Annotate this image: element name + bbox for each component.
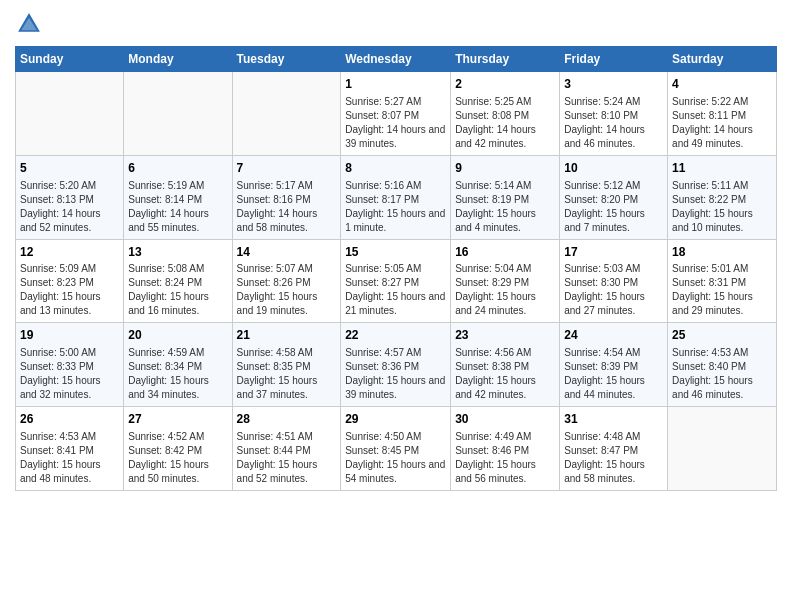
day-number: 16: [455, 244, 555, 261]
calendar-cell: 13Sunrise: 5:08 AM Sunset: 8:24 PM Dayli…: [124, 239, 232, 323]
day-number: 21: [237, 327, 337, 344]
day-info: Sunrise: 5:00 AM Sunset: 8:33 PM Dayligh…: [20, 346, 119, 402]
logo: [15, 10, 47, 38]
day-number: 23: [455, 327, 555, 344]
calendar-cell: 11Sunrise: 5:11 AM Sunset: 8:22 PM Dayli…: [668, 155, 777, 239]
day-number: 22: [345, 327, 446, 344]
day-number: 25: [672, 327, 772, 344]
calendar-week-row: 19Sunrise: 5:00 AM Sunset: 8:33 PM Dayli…: [16, 323, 777, 407]
calendar-cell: 30Sunrise: 4:49 AM Sunset: 8:46 PM Dayli…: [451, 407, 560, 491]
calendar-cell: 9Sunrise: 5:14 AM Sunset: 8:19 PM Daylig…: [451, 155, 560, 239]
calendar-cell: 19Sunrise: 5:00 AM Sunset: 8:33 PM Dayli…: [16, 323, 124, 407]
day-number: 2: [455, 76, 555, 93]
day-info: Sunrise: 4:56 AM Sunset: 8:38 PM Dayligh…: [455, 346, 555, 402]
day-number: 14: [237, 244, 337, 261]
day-number: 17: [564, 244, 663, 261]
day-number: 8: [345, 160, 446, 177]
day-info: Sunrise: 5:17 AM Sunset: 8:16 PM Dayligh…: [237, 179, 337, 235]
day-info: Sunrise: 5:20 AM Sunset: 8:13 PM Dayligh…: [20, 179, 119, 235]
day-info: Sunrise: 5:12 AM Sunset: 8:20 PM Dayligh…: [564, 179, 663, 235]
calendar-cell: 24Sunrise: 4:54 AM Sunset: 8:39 PM Dayli…: [560, 323, 668, 407]
calendar-cell: 18Sunrise: 5:01 AM Sunset: 8:31 PM Dayli…: [668, 239, 777, 323]
calendar-cell: 7Sunrise: 5:17 AM Sunset: 8:16 PM Daylig…: [232, 155, 341, 239]
day-number: 27: [128, 411, 227, 428]
day-number: 28: [237, 411, 337, 428]
calendar-day-header: Sunday: [16, 47, 124, 72]
calendar-cell: 23Sunrise: 4:56 AM Sunset: 8:38 PM Dayli…: [451, 323, 560, 407]
day-info: Sunrise: 4:54 AM Sunset: 8:39 PM Dayligh…: [564, 346, 663, 402]
calendar-cell: 1Sunrise: 5:27 AM Sunset: 8:07 PM Daylig…: [341, 72, 451, 156]
day-number: 31: [564, 411, 663, 428]
calendar-day-header: Thursday: [451, 47, 560, 72]
calendar-cell: 14Sunrise: 5:07 AM Sunset: 8:26 PM Dayli…: [232, 239, 341, 323]
day-number: 3: [564, 76, 663, 93]
day-number: 26: [20, 411, 119, 428]
day-number: 13: [128, 244, 227, 261]
day-info: Sunrise: 4:59 AM Sunset: 8:34 PM Dayligh…: [128, 346, 227, 402]
day-info: Sunrise: 4:48 AM Sunset: 8:47 PM Dayligh…: [564, 430, 663, 486]
day-info: Sunrise: 5:04 AM Sunset: 8:29 PM Dayligh…: [455, 262, 555, 318]
calendar-cell: [668, 407, 777, 491]
day-number: 19: [20, 327, 119, 344]
day-info: Sunrise: 5:25 AM Sunset: 8:08 PM Dayligh…: [455, 95, 555, 151]
day-number: 24: [564, 327, 663, 344]
calendar-cell: 20Sunrise: 4:59 AM Sunset: 8:34 PM Dayli…: [124, 323, 232, 407]
page-header: [15, 10, 777, 38]
day-info: Sunrise: 5:24 AM Sunset: 8:10 PM Dayligh…: [564, 95, 663, 151]
day-number: 5: [20, 160, 119, 177]
calendar-day-header: Saturday: [668, 47, 777, 72]
calendar-week-row: 12Sunrise: 5:09 AM Sunset: 8:23 PM Dayli…: [16, 239, 777, 323]
day-number: 30: [455, 411, 555, 428]
calendar-cell: 4Sunrise: 5:22 AM Sunset: 8:11 PM Daylig…: [668, 72, 777, 156]
day-info: Sunrise: 4:52 AM Sunset: 8:42 PM Dayligh…: [128, 430, 227, 486]
day-info: Sunrise: 5:08 AM Sunset: 8:24 PM Dayligh…: [128, 262, 227, 318]
day-info: Sunrise: 5:01 AM Sunset: 8:31 PM Dayligh…: [672, 262, 772, 318]
calendar-cell: 3Sunrise: 5:24 AM Sunset: 8:10 PM Daylig…: [560, 72, 668, 156]
day-info: Sunrise: 5:09 AM Sunset: 8:23 PM Dayligh…: [20, 262, 119, 318]
day-info: Sunrise: 4:50 AM Sunset: 8:45 PM Dayligh…: [345, 430, 446, 486]
day-number: 1: [345, 76, 446, 93]
calendar-cell: 12Sunrise: 5:09 AM Sunset: 8:23 PM Dayli…: [16, 239, 124, 323]
calendar-cell: 31Sunrise: 4:48 AM Sunset: 8:47 PM Dayli…: [560, 407, 668, 491]
calendar-cell: 25Sunrise: 4:53 AM Sunset: 8:40 PM Dayli…: [668, 323, 777, 407]
calendar-cell: 26Sunrise: 4:53 AM Sunset: 8:41 PM Dayli…: [16, 407, 124, 491]
day-number: 7: [237, 160, 337, 177]
calendar-header-row: SundayMondayTuesdayWednesdayThursdayFrid…: [16, 47, 777, 72]
day-info: Sunrise: 5:19 AM Sunset: 8:14 PM Dayligh…: [128, 179, 227, 235]
day-number: 18: [672, 244, 772, 261]
day-info: Sunrise: 4:51 AM Sunset: 8:44 PM Dayligh…: [237, 430, 337, 486]
calendar-cell: 22Sunrise: 4:57 AM Sunset: 8:36 PM Dayli…: [341, 323, 451, 407]
day-number: 15: [345, 244, 446, 261]
calendar-cell: [16, 72, 124, 156]
day-info: Sunrise: 5:07 AM Sunset: 8:26 PM Dayligh…: [237, 262, 337, 318]
day-info: Sunrise: 5:03 AM Sunset: 8:30 PM Dayligh…: [564, 262, 663, 318]
day-info: Sunrise: 5:22 AM Sunset: 8:11 PM Dayligh…: [672, 95, 772, 151]
day-number: 6: [128, 160, 227, 177]
calendar-cell: 27Sunrise: 4:52 AM Sunset: 8:42 PM Dayli…: [124, 407, 232, 491]
day-number: 11: [672, 160, 772, 177]
day-info: Sunrise: 5:14 AM Sunset: 8:19 PM Dayligh…: [455, 179, 555, 235]
calendar-cell: 21Sunrise: 4:58 AM Sunset: 8:35 PM Dayli…: [232, 323, 341, 407]
calendar-week-row: 26Sunrise: 4:53 AM Sunset: 8:41 PM Dayli…: [16, 407, 777, 491]
calendar-cell: [124, 72, 232, 156]
day-info: Sunrise: 5:05 AM Sunset: 8:27 PM Dayligh…: [345, 262, 446, 318]
day-info: Sunrise: 5:27 AM Sunset: 8:07 PM Dayligh…: [345, 95, 446, 151]
day-number: 4: [672, 76, 772, 93]
calendar-cell: 17Sunrise: 5:03 AM Sunset: 8:30 PM Dayli…: [560, 239, 668, 323]
calendar-cell: 16Sunrise: 5:04 AM Sunset: 8:29 PM Dayli…: [451, 239, 560, 323]
day-info: Sunrise: 4:53 AM Sunset: 8:41 PM Dayligh…: [20, 430, 119, 486]
logo-icon: [15, 10, 43, 38]
calendar-week-row: 5Sunrise: 5:20 AM Sunset: 8:13 PM Daylig…: [16, 155, 777, 239]
day-number: 20: [128, 327, 227, 344]
calendar-table: SundayMondayTuesdayWednesdayThursdayFrid…: [15, 46, 777, 491]
day-info: Sunrise: 4:49 AM Sunset: 8:46 PM Dayligh…: [455, 430, 555, 486]
day-info: Sunrise: 5:11 AM Sunset: 8:22 PM Dayligh…: [672, 179, 772, 235]
day-number: 9: [455, 160, 555, 177]
day-number: 29: [345, 411, 446, 428]
calendar-cell: [232, 72, 341, 156]
day-number: 10: [564, 160, 663, 177]
day-info: Sunrise: 4:58 AM Sunset: 8:35 PM Dayligh…: [237, 346, 337, 402]
calendar-cell: 5Sunrise: 5:20 AM Sunset: 8:13 PM Daylig…: [16, 155, 124, 239]
calendar-day-header: Friday: [560, 47, 668, 72]
calendar-day-header: Monday: [124, 47, 232, 72]
